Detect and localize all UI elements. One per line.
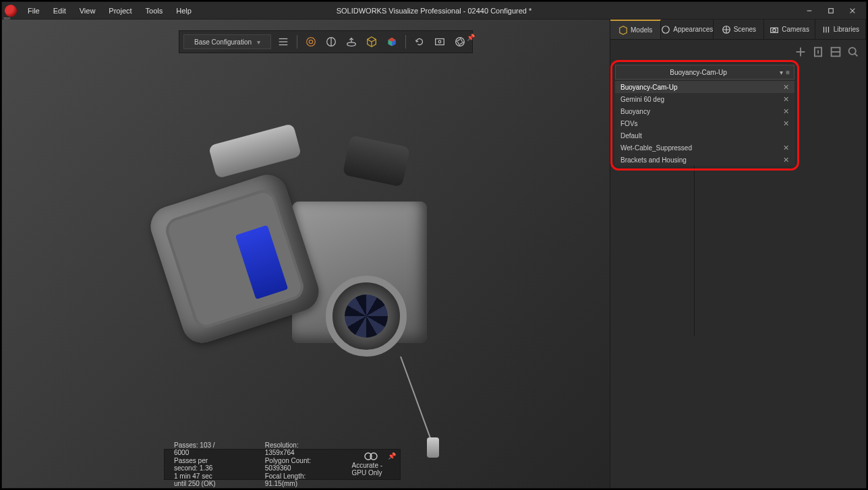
- aperture-icon[interactable]: [452, 34, 468, 50]
- tab-cameras[interactable]: Cameras: [764, 20, 815, 39]
- close-icon[interactable]: ✕: [783, 156, 789, 164]
- modelset-highlight: Buoyancy-Cam-Up ▾ ≡ Buoyancy-Cam-Up ✕ Ge…: [610, 60, 799, 171]
- svg-point-21: [438, 40, 441, 43]
- status-resolution: Resolution: 1359x764: [265, 441, 312, 456]
- modelset-item[interactable]: Buoyancy-Cam-Up ✕: [615, 81, 794, 93]
- modelset-item[interactable]: Gemini 60 deg ✕: [615, 93, 794, 105]
- modelset-item-label: FOVs: [620, 120, 638, 127]
- status-eta: 1 min 47 sec until 250 (OK): [174, 472, 225, 487]
- tab-appearances[interactable]: Appearances: [661, 20, 714, 39]
- modelset-item[interactable]: Default ✕: [615, 129, 794, 142]
- svg-rect-20: [436, 39, 444, 45]
- globe-icon: [722, 25, 731, 34]
- tab-models-label: Models: [631, 26, 652, 34]
- chevron-down-icon: ▾: [780, 69, 783, 76]
- modelset-list: Buoyancy-Cam-Up ✕ Gemini 60 deg ✕ Buoyan…: [615, 81, 794, 166]
- selection-mode-icon[interactable]: [323, 34, 339, 50]
- tab-scenes[interactable]: Scenes: [714, 20, 764, 39]
- titlebar: File Edit View Project Tools Help SOLIDW…: [2, 2, 866, 20]
- sphere-icon: [661, 25, 670, 34]
- modelset-item-label: Buoyancy: [620, 108, 650, 115]
- modelset-dropdown[interactable]: Buoyancy-Cam-Up ▾ ≡: [615, 65, 794, 80]
- close-icon[interactable]: ✕: [783, 119, 789, 128]
- panel-body: Buoyancy-Cam-Up ▾ ≡ Buoyancy-Cam-Up ✕ Ge…: [610, 40, 866, 488]
- content-area: Base Configuration ▾: [2, 20, 866, 488]
- configuration-dropdown[interactable]: Base Configuration ▾: [183, 34, 271, 49]
- svg-point-29: [773, 28, 776, 31]
- menu-view[interactable]: View: [73, 4, 103, 18]
- maximize-button[interactable]: [820, 3, 842, 19]
- status-polys: Polygon Count: 5039360: [265, 457, 312, 472]
- status-render-mode[interactable]: Accurate - GPU Only: [351, 462, 390, 477]
- modelset-item-label: Wet-Cable_Suppressed: [620, 144, 692, 152]
- statusbar-pin-icon[interactable]: 📌: [388, 452, 396, 460]
- close-button[interactable]: [842, 3, 863, 19]
- menu-edit[interactable]: Edit: [47, 4, 73, 18]
- svg-point-11: [347, 42, 356, 46]
- close-icon[interactable]: ✕: [783, 83, 789, 92]
- app-logo-icon: [5, 5, 17, 17]
- modelset-item[interactable]: Buoyancy ✕: [615, 105, 794, 117]
- svg-point-26: [662, 26, 670, 33]
- svg-rect-1: [829, 8, 834, 13]
- close-icon[interactable]: ✕: [783, 107, 789, 116]
- tab-cameras-label: Cameras: [782, 26, 809, 33]
- tab-appearances-label: Appearances: [673, 26, 713, 33]
- pin-icon[interactable]: 📌: [467, 34, 475, 41]
- menu-help[interactable]: Help: [169, 4, 198, 18]
- configuration-label: Base Configuration: [194, 38, 252, 46]
- modelset-item-label: Brackets and Housing: [620, 156, 687, 164]
- status-passes: Passes: 103 / 6000: [174, 441, 225, 456]
- viewport[interactable]: Base Configuration ▾: [2, 20, 610, 488]
- modelset-selected-label: Buoyancy-Cam-Up: [620, 69, 777, 76]
- menu-file[interactable]: File: [21, 4, 47, 18]
- svg-line-13: [368, 39, 372, 42]
- modelset-item[interactable]: FOVs ✕: [615, 117, 794, 129]
- configuration-menu-icon[interactable]: [275, 34, 291, 50]
- tab-scenes-label: Scenes: [734, 26, 756, 33]
- preview-cube-icon[interactable]: [364, 34, 380, 50]
- status-focal: Focal Length: 91.15(mm): [265, 472, 312, 487]
- viewport-toolbar: Base Configuration ▾: [177, 29, 474, 55]
- refresh-icon[interactable]: [411, 34, 428, 50]
- library-icon: [821, 25, 831, 34]
- turntable-icon[interactable]: [343, 34, 359, 50]
- cube-icon: [618, 26, 628, 35]
- menu-tools[interactable]: Tools: [139, 4, 170, 18]
- render-mode-icon[interactable]: [303, 34, 319, 50]
- render-statusbar: Passes: 103 / 6000 Passes per second: 1.…: [164, 449, 401, 480]
- window-title: SOLIDWORKS Visualize Professional - 0244…: [337, 7, 532, 15]
- window-controls: [799, 3, 863, 19]
- svg-point-22: [456, 38, 465, 47]
- color-cube-icon[interactable]: [384, 34, 400, 50]
- svg-line-14: [372, 39, 376, 42]
- modelset-item-label: Default: [620, 132, 642, 140]
- modelset-item[interactable]: Brackets and Housing ✕: [615, 154, 794, 166]
- chevron-down-icon: ▾: [257, 38, 260, 46]
- svg-marker-25: [620, 26, 627, 34]
- svg-point-7: [307, 38, 316, 47]
- menu-project[interactable]: Project: [102, 4, 138, 18]
- model-render-placeholder: [144, 127, 467, 397]
- list-icon[interactable]: ≡: [786, 69, 790, 76]
- app-window: File Edit View Project Tools Help SOLIDW…: [1, 1, 867, 489]
- svg-point-8: [309, 40, 312, 43]
- status-pps: Passes per second: 1.36: [174, 457, 225, 472]
- close-icon[interactable]: ✕: [783, 144, 789, 152]
- tab-libraries[interactable]: Libraries: [815, 20, 866, 39]
- camera-icon: [770, 25, 779, 34]
- close-icon[interactable]: ✕: [783, 95, 789, 104]
- tab-libraries-label: Libraries: [834, 26, 859, 33]
- modelset-item[interactable]: Wet-Cable_Suppressed ✕: [615, 142, 794, 154]
- menubar: File Edit View Project Tools Help: [21, 4, 198, 18]
- tab-models[interactable]: Models: [610, 20, 661, 39]
- panel-tabs: Models Appearances Scenes Cameras Librar…: [610, 20, 866, 40]
- minimize-button[interactable]: [799, 3, 820, 19]
- modelset-item-label: Buoyancy-Cam-Up: [620, 84, 677, 91]
- render-output-icon[interactable]: [432, 34, 448, 50]
- gpu-icon: [364, 452, 378, 460]
- right-panel: Models Appearances Scenes Cameras Librar…: [610, 20, 866, 488]
- modelset-item-label: Gemini 60 deg: [620, 96, 664, 103]
